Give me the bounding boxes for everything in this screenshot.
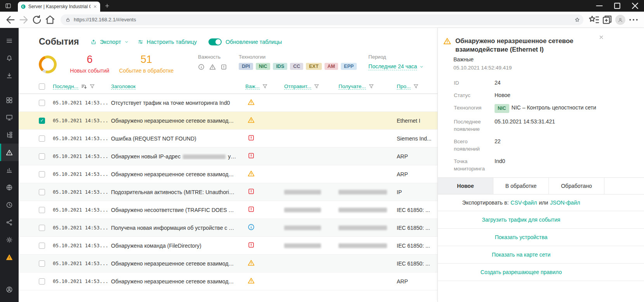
address-bar[interactable]: https://192.168.2.1/#/events xyxy=(61,14,583,25)
panel-action-link[interactable]: Показать на карте сети xyxy=(438,246,604,263)
row-checkbox[interactable] xyxy=(39,278,45,285)
sidebar-item-events[interactable] xyxy=(0,144,19,161)
sidebar-item-menu[interactable] xyxy=(0,32,19,49)
sidebar-item-settings[interactable] xyxy=(0,231,19,248)
processing-events-label: Событие в обработке xyxy=(117,68,175,74)
column-header[interactable]: Последн... xyxy=(53,83,78,90)
event-row[interactable]: 05.10.2021 14:53...Обнаружено неразрешен… xyxy=(19,165,437,183)
event-row[interactable]: 05.10.2021 14:53...Обнаружено неразрешен… xyxy=(19,272,437,290)
sidebar-item-process-control[interactable] xyxy=(0,126,19,144)
sidebar-item-notifications[interactable] xyxy=(0,49,19,67)
export-csv-link[interactable]: CSV-файл xyxy=(510,200,537,206)
filter-icon[interactable] xyxy=(314,83,319,89)
tab-close-icon[interactable] xyxy=(93,4,97,9)
column-header[interactable]: Про... xyxy=(397,83,411,90)
tech-chip-ids[interactable]: IDS xyxy=(273,63,287,70)
row-checkbox[interactable] xyxy=(39,171,45,177)
panel-tab-processed[interactable]: Обработано xyxy=(549,178,604,194)
column-header[interactable]: Важ... xyxy=(245,83,260,90)
export-button[interactable]: Экспорт xyxy=(90,39,128,45)
row-checkbox[interactable] xyxy=(39,189,45,195)
table-refresh-toggle[interactable]: Обновление таблицы xyxy=(208,38,282,45)
browser-menu-icon[interactable] xyxy=(627,14,640,26)
export-to-label: Экспортировать в: xyxy=(462,200,509,206)
sidebar-item-connections[interactable] xyxy=(0,213,19,231)
home-button[interactable] xyxy=(43,14,57,26)
row-checkbox[interactable] xyxy=(39,243,45,249)
back-button[interactable] xyxy=(4,14,17,26)
event-row[interactable]: 05.10.2021 14:53...Отсутствует трафик на… xyxy=(19,94,437,112)
tab-actions-icon[interactable] xyxy=(5,2,12,9)
tech-chip-epp[interactable]: EPP xyxy=(341,63,357,70)
column-header[interactable]: Отправит... xyxy=(284,83,311,90)
filter-icon[interactable] xyxy=(89,83,95,89)
close-window-button[interactable] xyxy=(626,0,644,12)
add-favorite-icon[interactable] xyxy=(574,17,580,23)
tech-chip-ext[interactable]: EXT xyxy=(306,63,321,70)
row-checkbox[interactable] xyxy=(39,100,45,106)
filter-icon[interactable] xyxy=(413,83,419,89)
row-checkbox[interactable] xyxy=(39,207,45,213)
event-row[interactable]: 05.10.2021 14:53...Подозрительная активн… xyxy=(19,183,437,201)
page-title: События xyxy=(39,36,79,47)
new-events-stat[interactable]: 6 Новых событий xyxy=(68,54,111,74)
processing-events-stat[interactable]: 51 Событие в обработке xyxy=(117,54,175,74)
severity-warning-filter-icon[interactable] xyxy=(209,64,216,70)
row-checkbox[interactable] xyxy=(39,260,45,267)
event-fields: ID24СтатусНовоеТехнологияNICNIC – Контро… xyxy=(438,79,644,172)
severity-critical-filter-icon[interactable] xyxy=(220,64,227,70)
sidebar-item-downloads[interactable] xyxy=(0,67,19,84)
favorites-icon[interactable] xyxy=(587,14,601,26)
event-row[interactable]: 05.10.2021 14:53...Ошибка (REQUEST NOT F… xyxy=(19,130,437,148)
column-header[interactable]: Получате... xyxy=(338,83,366,90)
sort-icon[interactable] xyxy=(81,83,87,90)
refresh-button[interactable] xyxy=(30,14,43,26)
row-checkbox[interactable] xyxy=(39,225,45,231)
maximize-button[interactable] xyxy=(608,0,626,12)
forward-button[interactable] xyxy=(17,14,30,26)
event-time: 05.10.2021 14:53... xyxy=(53,189,111,195)
panel-action-link[interactable]: Создать разрешающее правило xyxy=(438,264,604,281)
collections-icon[interactable] xyxy=(601,14,614,26)
field-label: ID xyxy=(454,79,495,87)
new-tab-button[interactable] xyxy=(104,3,110,9)
sidebar-item-reports[interactable] xyxy=(0,161,19,179)
field-value: 05.10.2021 14:53:31.421 xyxy=(495,118,604,133)
sidebar-item-dashboard[interactable] xyxy=(0,91,19,109)
severity-info-filter-icon[interactable] xyxy=(198,64,205,70)
select-all-checkbox[interactable] xyxy=(39,83,45,90)
sidebar-item-account[interactable] xyxy=(0,281,19,298)
panel-action-link[interactable]: Загрузить трафик для события xyxy=(438,211,604,228)
row-checkbox[interactable] xyxy=(39,135,45,142)
toggle-switch[interactable] xyxy=(208,38,222,45)
sidebar-item-audit[interactable] xyxy=(0,196,19,213)
filter-icon[interactable] xyxy=(368,83,374,89)
close-panel-icon[interactable] xyxy=(598,34,604,40)
event-row[interactable]: 05.10.2021 14:53...Обнаружена команда (F… xyxy=(19,237,437,255)
column-header[interactable]: Заголовок xyxy=(111,83,135,90)
tech-chip-nic[interactable]: NIC xyxy=(256,63,271,70)
event-row[interactable]: 05.10.2021 14:53...Обнаружено неразрешен… xyxy=(19,255,437,272)
panel-tab-processing[interactable]: В обработке xyxy=(493,178,549,194)
event-row[interactable]: 05.10.2021 14:53...Получена новая информ… xyxy=(19,219,437,237)
period-selector[interactable]: Последние 24 часа xyxy=(368,63,424,70)
profile-avatar[interactable] xyxy=(615,15,625,25)
sidebar-item-system-alerts[interactable] xyxy=(0,248,19,266)
panel-tab-new[interactable]: Новое xyxy=(438,178,493,194)
export-json-link[interactable]: JSON-файл xyxy=(550,200,580,206)
tech-chip-am[interactable]: AM xyxy=(325,63,338,70)
panel-action-link[interactable]: Показать устройства xyxy=(438,229,604,246)
browser-tab[interactable]: Server | Kaspersky Industrial Cyb xyxy=(18,2,100,12)
event-row[interactable]: 05.10.2021 14:53...Обнаружено несоответс… xyxy=(19,201,437,219)
row-checkbox[interactable]: ✓ xyxy=(39,118,45,124)
configure-table-button[interactable]: Настроить таблицу xyxy=(137,39,197,45)
event-row[interactable]: ✓05.10.2021 14:53...Обнаружено неразреше… xyxy=(19,112,437,130)
minimize-button[interactable] xyxy=(590,0,608,12)
tech-chip-cc[interactable]: CC xyxy=(290,63,303,70)
sidebar-item-network-map[interactable] xyxy=(0,179,19,196)
event-row[interactable]: 05.10.2021 14:53...Обнаружен новый IP-ад… xyxy=(19,148,437,165)
tech-chip-dpi[interactable]: DPI xyxy=(239,63,253,70)
row-checkbox[interactable] xyxy=(39,153,45,160)
sidebar-item-assets[interactable] xyxy=(0,109,19,126)
filter-icon[interactable] xyxy=(262,83,268,89)
